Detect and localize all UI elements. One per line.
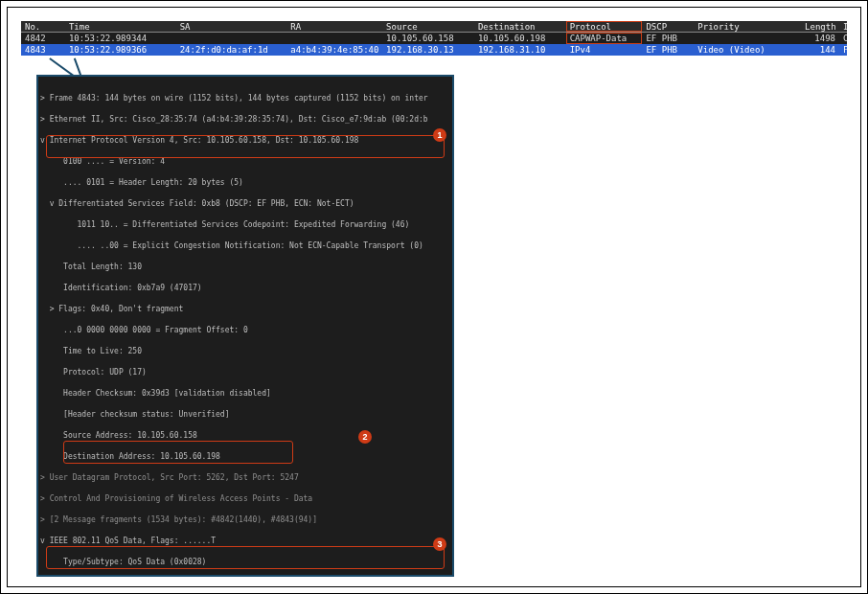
detail-line[interactable]: Protocol: UDP (17) [40, 367, 452, 377]
detail-line[interactable]: v Differentiated Services Field: 0xb8 (D… [40, 198, 452, 209]
cell-sa: 24:2f:d0:da:af:1d [176, 44, 287, 56]
cell-dst: 10.105.60.198 [474, 33, 566, 44]
annotation-badge-2: 2 [358, 430, 372, 444]
cell-prio [694, 33, 801, 44]
detail-line[interactable]: .... 0101 = Header Length: 20 bytes (5) [40, 177, 452, 188]
col-dscp[interactable]: DSCP [642, 21, 694, 32]
packet-details-panel[interactable]: 1 2 3 > Frame 4843: 144 bytes on wire (1… [36, 75, 454, 577]
detail-line[interactable]: > User Datagram Protocol, Src Port: 5262… [40, 472, 452, 483]
table-row-selected[interactable]: 4843 10:53:22.989366 24:2f:d0:da:af:1d a… [21, 44, 847, 56]
detail-line[interactable]: Time to Live: 250 [40, 346, 452, 356]
col-dst[interactable]: Destination [474, 21, 566, 32]
cell-dscp: EF PHB [642, 44, 694, 56]
col-src[interactable]: Source [382, 21, 474, 32]
cell-dst: 192.168.31.10 [474, 44, 566, 56]
detail-line[interactable]: 0100 .... = Version: 4 [40, 156, 452, 167]
cell-time: 10:53:22.989344 [65, 33, 176, 44]
cell-info: Fragmented IP protocol (p [839, 44, 847, 56]
detail-line[interactable]: .... ..00 = Explicit Congestion Notifica… [40, 240, 452, 251]
detail-line[interactable]: Type/Subtype: QoS Data (0x0028) [40, 557, 452, 567]
cell-proto: CAPWAP-Data [566, 33, 643, 44]
cell-src: 192.168.30.13 [382, 44, 474, 56]
col-ra[interactable]: RA [286, 21, 382, 32]
packet-details-tree[interactable]: > Frame 4843: 144 bytes on wire (1152 bi… [38, 77, 452, 577]
detail-line[interactable]: Header Checksum: 0x39d3 [validation disa… [40, 388, 452, 399]
detail-line[interactable]: [Header checksum status: Unverified] [40, 409, 452, 420]
packet-list[interactable]: No. Time SA RA Source Destination Protoc… [21, 21, 847, 56]
col-sa[interactable]: SA [176, 21, 287, 32]
table-row[interactable]: 4842 10:53:22.989344 10.105.60.158 10.10… [21, 33, 847, 44]
document-frame: No. Time SA RA Source Destination Protoc… [7, 7, 861, 587]
col-no[interactable]: No. [21, 21, 65, 32]
cell-sa [176, 33, 287, 44]
cell-no: 4842 [21, 33, 65, 44]
cell-time: 10:53:22.989366 [65, 44, 176, 56]
cell-proto: IPv4 [566, 44, 643, 56]
col-info[interactable]: Info [839, 21, 847, 32]
detail-line[interactable]: > [2 Message fragments (1534 bytes): #48… [40, 514, 452, 525]
col-prio[interactable]: Priority [694, 21, 801, 32]
cell-len: 1498 [801, 33, 839, 44]
detail-line[interactable]: > Ethernet II, Src: Cisco_28:35:74 (a4:b… [40, 114, 452, 125]
col-len[interactable]: Length [801, 21, 839, 32]
cell-ra: a4:b4:39:4e:85:40 [286, 44, 382, 56]
detail-line[interactable]: > Flags: 0x40, Don't fragment [40, 304, 452, 314]
detail-line[interactable]: v Internet Protocol Version 4, Src: 10.1… [40, 135, 452, 146]
packet-list-header: No. Time SA RA Source Destination Protoc… [21, 21, 847, 33]
detail-line[interactable]: v IEEE 802.11 QoS Data, Flags: ......T [40, 536, 452, 546]
annotation-badge-3: 3 [433, 537, 446, 551]
cell-prio: Video (Video) [694, 44, 801, 56]
detail-line[interactable]: > Frame 4843: 144 bytes on wire (1152 bi… [40, 93, 452, 103]
cell-src: 10.105.60.158 [382, 33, 474, 44]
detail-line[interactable]: > Control And Provisioning of Wireless A… [40, 493, 452, 504]
detail-line[interactable]: ...0 0000 0000 0000 = Fragment Offset: 0 [40, 325, 452, 335]
detail-line[interactable]: 1011 10.. = Differentiated Services Code… [40, 219, 452, 230]
detail-line[interactable]: Total Length: 130 [40, 262, 452, 272]
detail-line[interactable]: Source Address: 10.105.60.158 [40, 430, 452, 441]
cell-no: 4843 [21, 44, 65, 56]
cell-len: 144 [801, 44, 839, 56]
col-time[interactable]: Time [65, 21, 176, 32]
detail-line[interactable]: Identification: 0xb7a9 (47017) [40, 283, 452, 293]
detail-line[interactable]: Destination Address: 10.105.60.198 [40, 451, 452, 462]
col-proto[interactable]: Protocol [566, 21, 643, 32]
cell-ra [286, 33, 382, 44]
cell-info: CAPWAP-Data (Fragment ID: [839, 33, 847, 44]
cell-dscp: EF PHB [642, 33, 694, 44]
annotation-badge-1: 1 [433, 128, 446, 142]
